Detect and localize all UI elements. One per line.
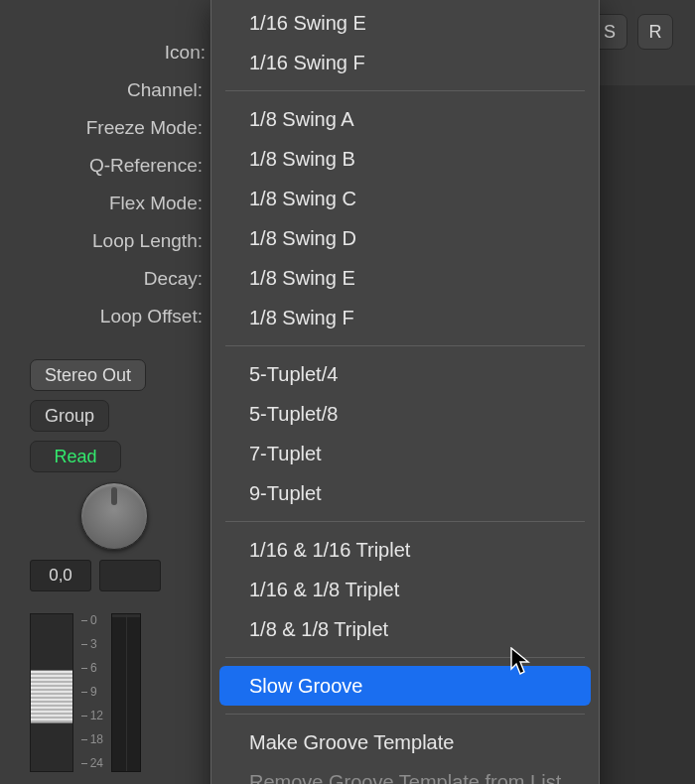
inspector-label-flex-mode: Flex Mode: — [0, 185, 232, 222]
scale-tick: 18 — [81, 732, 103, 746]
inspector-label-loop-offset: Loop Offset: — [0, 298, 232, 335]
menu-item[interactable]: 1/8 Swing F — [219, 298, 591, 337]
menu-separator — [225, 521, 585, 522]
menu-separator — [225, 345, 585, 346]
inspector-label-decay: Decay: — [0, 260, 232, 298]
automation-mode-selector[interactable]: Read — [30, 441, 121, 472]
menu-item[interactable]: 1/16 & 1/16 Triplet — [219, 530, 591, 570]
menu-separator — [225, 714, 585, 715]
menu-item[interactable]: Slow Groove — [219, 666, 591, 706]
menu-item[interactable]: Make Groove Template — [219, 722, 591, 762]
menu-item[interactable]: 5-Tuplet/8 — [219, 394, 591, 434]
menu-item[interactable]: 1/16 Swing F — [219, 43, 591, 82]
menu-item[interactable]: 1/8 Swing E — [219, 258, 591, 298]
menu-item: Remove Groove Template from List — [219, 762, 591, 784]
level-meter — [111, 613, 141, 772]
volume-fader[interactable] — [30, 613, 73, 772]
fader-handle-icon[interactable] — [30, 670, 73, 723]
quantize-menu[interactable]: 1/16 Swing E1/16 Swing F1/8 Swing A1/8 S… — [210, 0, 600, 784]
channel-strip: Stereo Out Group Read 0,0 — [30, 359, 199, 591]
scale-tick: 24 — [81, 756, 103, 770]
menu-item[interactable]: 1/16 Swing E — [219, 3, 591, 43]
level-readout[interactable] — [99, 560, 161, 591]
menu-item[interactable]: 5-Tuplet/4 — [219, 354, 591, 394]
menu-item[interactable]: 1/8 Swing C — [219, 179, 591, 218]
menu-item[interactable]: 1/8 & 1/8 Triplet — [219, 609, 591, 649]
db-scale: 0 3 6 9 12 18 24 — [81, 613, 103, 772]
pan-knob[interactable] — [80, 482, 148, 550]
group-selector[interactable]: Group — [30, 400, 109, 432]
inspector-label-q-reference: Q-Reference: — [0, 147, 232, 185]
menu-item[interactable]: 1/16 & 1/8 Triplet — [219, 570, 591, 609]
scale-tick: 6 — [81, 661, 103, 675]
inspector-label-icon: Icon: — [0, 34, 232, 71]
pan-readout[interactable]: 0,0 — [30, 560, 91, 591]
menu-separator — [225, 657, 585, 658]
menu-item[interactable]: 9-Tuplet — [219, 473, 591, 513]
menu-item[interactable]: 1/8 Swing D — [219, 218, 591, 258]
scale-tick: 3 — [81, 637, 103, 651]
fader-area: 0 3 6 9 12 18 24 — [30, 613, 141, 772]
menu-item[interactable]: 1/8 Swing B — [219, 139, 591, 179]
menu-item[interactable]: 7-Tuplet — [219, 434, 591, 473]
menu-item[interactable]: 1/8 Swing A — [219, 99, 591, 139]
record-enable-button[interactable]: R — [637, 14, 673, 50]
inspector-label-channel: Channel: — [0, 71, 232, 109]
inspector-label-freeze-mode: Freeze Mode: — [0, 109, 232, 147]
scale-tick: 9 — [81, 685, 103, 699]
output-selector[interactable]: Stereo Out — [30, 359, 146, 391]
inspector-label-loop-length: Loop Length: — [0, 222, 232, 260]
scale-tick: 0 — [81, 613, 103, 627]
scale-tick: 12 — [81, 709, 103, 722]
menu-separator — [225, 90, 585, 91]
